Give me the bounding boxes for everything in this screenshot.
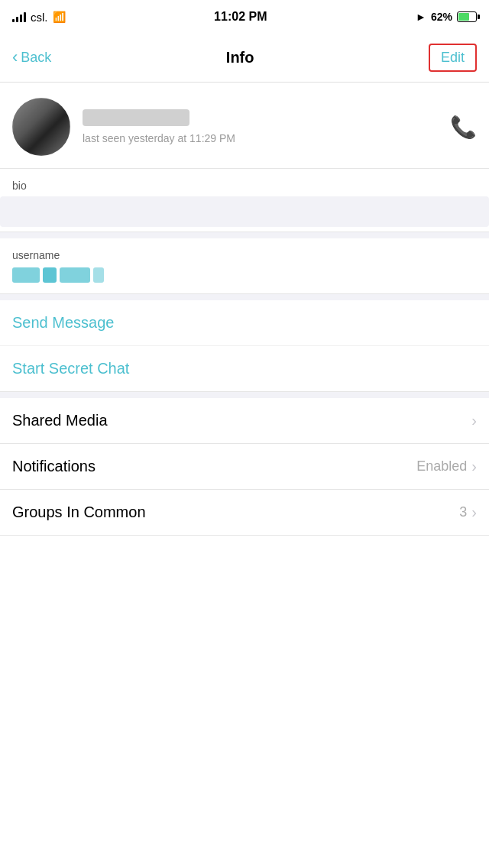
groups-in-common-right: 3 › xyxy=(459,504,477,521)
shared-media-label: Shared Media xyxy=(12,412,108,429)
notifications-value: Enabled xyxy=(416,458,467,474)
username-blur-block-1 xyxy=(12,267,40,283)
notifications-row[interactable]: Notifications Enabled › xyxy=(0,444,489,490)
status-right: ► 62% xyxy=(416,11,477,23)
bio-section: bio xyxy=(0,169,489,232)
bio-label: bio xyxy=(12,180,477,192)
divider-2 xyxy=(0,294,489,300)
divider-1 xyxy=(0,232,489,238)
signal-bars xyxy=(12,11,26,22)
signal-bar-1 xyxy=(12,19,15,22)
action-section: Send Message Start Secret Chat xyxy=(0,300,489,392)
battery-icon xyxy=(457,11,477,22)
bio-content xyxy=(0,196,489,227)
shared-media-row[interactable]: Shared Media › xyxy=(0,398,489,444)
username-blur-block-4 xyxy=(93,267,104,283)
location-icon: ► xyxy=(416,11,426,23)
settings-section: Shared Media › Notifications Enabled › G… xyxy=(0,398,489,536)
signal-bar-2 xyxy=(16,17,18,22)
back-label: Back xyxy=(21,50,51,66)
username-blur-block-3 xyxy=(60,267,90,283)
page-title: Info xyxy=(226,49,254,66)
signal-bar-3 xyxy=(20,15,22,22)
send-message-button[interactable]: Send Message xyxy=(0,300,489,346)
avatar xyxy=(12,98,70,156)
shared-media-chevron-icon: › xyxy=(471,412,477,429)
notifications-right: Enabled › xyxy=(416,458,477,475)
notifications-chevron-icon: › xyxy=(471,458,477,475)
avatar-image xyxy=(12,98,70,156)
start-secret-chat-button[interactable]: Start Secret Chat xyxy=(0,346,489,391)
groups-in-common-row[interactable]: Groups In Common 3 › xyxy=(0,490,489,536)
nav-bar: ‹ Back Info Edit xyxy=(0,34,489,83)
groups-in-common-chevron-icon: › xyxy=(471,504,477,521)
send-message-label: Send Message xyxy=(12,314,114,331)
profile-name-blurred xyxy=(83,109,189,126)
username-section: username xyxy=(0,238,489,294)
battery-percent: 62% xyxy=(431,11,452,23)
back-chevron-icon: ‹ xyxy=(12,49,18,66)
status-time: 11:02 PM xyxy=(214,10,267,24)
profile-status: last seen yesterday at 11:29 PM xyxy=(83,132,438,144)
notifications-label: Notifications xyxy=(12,458,96,475)
divider-3 xyxy=(0,392,489,398)
shared-media-right: › xyxy=(471,412,477,429)
signal-bar-4 xyxy=(24,12,26,22)
status-left: csl. 📶 xyxy=(12,11,66,24)
profile-info: last seen yesterday at 11:29 PM xyxy=(83,109,438,144)
wifi-icon: 📶 xyxy=(53,11,66,23)
start-secret-chat-label: Start Secret Chat xyxy=(12,360,129,377)
groups-in-common-value: 3 xyxy=(459,504,467,520)
back-button[interactable]: ‹ Back xyxy=(12,50,51,66)
groups-in-common-label: Groups In Common xyxy=(12,504,146,521)
status-bar: csl. 📶 11:02 PM ► 62% xyxy=(0,0,489,34)
carrier-label: csl. xyxy=(31,11,48,24)
username-label: username xyxy=(12,249,477,261)
profile-section: last seen yesterday at 11:29 PM 📞 xyxy=(0,83,489,169)
call-icon[interactable]: 📞 xyxy=(450,115,477,140)
username-value-blurred xyxy=(12,267,477,283)
username-blur-block-2 xyxy=(43,267,57,283)
edit-button[interactable]: Edit xyxy=(429,44,477,72)
